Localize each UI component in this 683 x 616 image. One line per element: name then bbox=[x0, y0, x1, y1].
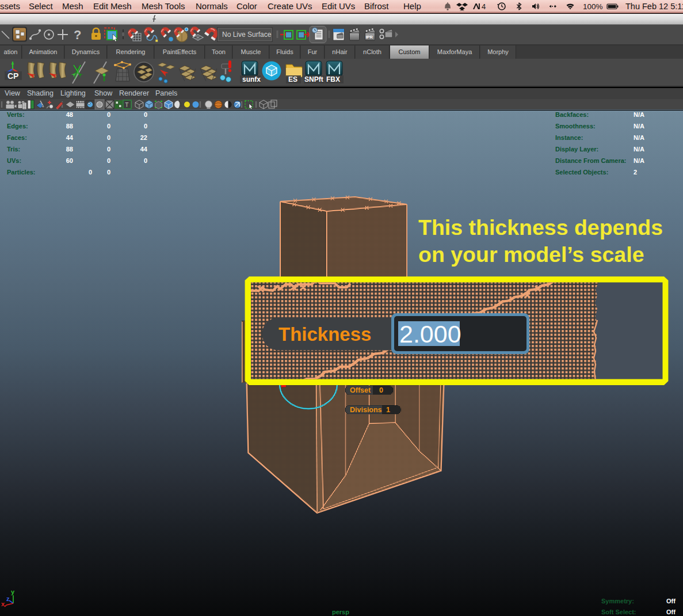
svg-text:100%: 100% bbox=[583, 2, 603, 11]
svg-text:ES: ES bbox=[288, 75, 297, 83]
svg-text:y: y bbox=[11, 588, 15, 595]
svg-text:T: T bbox=[125, 101, 129, 108]
svg-text:Thu Feb 12 5:11: Thu Feb 12 5:11 bbox=[625, 2, 683, 11]
svg-text:Offset: Offset bbox=[350, 386, 371, 394]
svg-text:Divisions: Divisions bbox=[350, 406, 382, 414]
svg-text:No Live Surface: No Live Surface bbox=[222, 31, 272, 39]
svg-text:SNPft: SNPft bbox=[304, 75, 323, 83]
svg-text:2.000: 2.000 bbox=[399, 320, 461, 348]
svg-text:sunfx: sunfx bbox=[242, 75, 261, 83]
svg-text:FBX: FBX bbox=[326, 75, 340, 83]
svg-text:4: 4 bbox=[482, 2, 486, 11]
svg-text:IPR: IPR bbox=[366, 35, 373, 40]
svg-text:0: 0 bbox=[379, 386, 383, 394]
svg-text:CP: CP bbox=[7, 71, 18, 81]
svg-text:z: z bbox=[6, 595, 10, 602]
svg-text:?: ? bbox=[74, 28, 81, 42]
svg-text:1: 1 bbox=[386, 406, 390, 414]
svg-text:Thickness: Thickness bbox=[278, 324, 371, 345]
svg-text:x: x bbox=[1, 600, 5, 607]
